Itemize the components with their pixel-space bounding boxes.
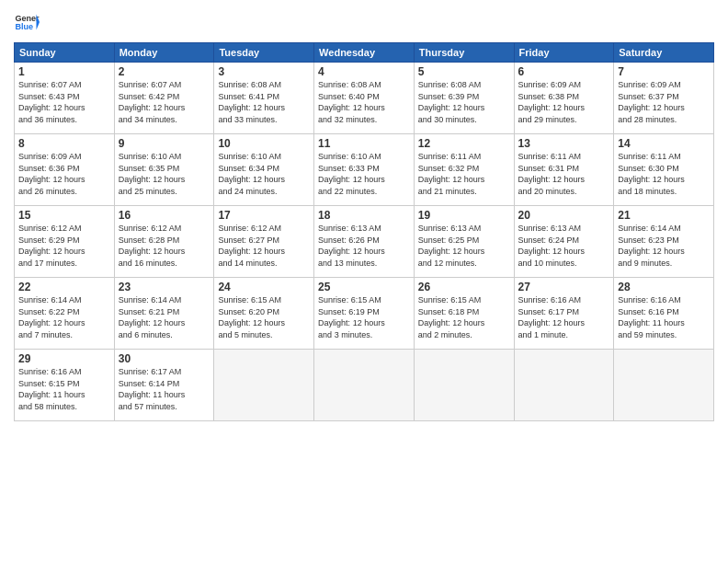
calendar-cell: 12Sunrise: 6:11 AM Sunset: 6:32 PM Dayli… bbox=[414, 134, 514, 206]
day-number: 11 bbox=[318, 137, 410, 150]
svg-text:Blue: Blue bbox=[15, 22, 33, 31]
day-number: 26 bbox=[418, 281, 510, 293]
day-info: Sunrise: 6:14 AM Sunset: 6:22 PM Dayligh… bbox=[18, 294, 110, 340]
calendar-cell: 30Sunrise: 6:17 AM Sunset: 6:14 PM Dayli… bbox=[114, 350, 214, 421]
day-number: 25 bbox=[318, 281, 410, 293]
day-number: 24 bbox=[218, 281, 310, 293]
day-info: Sunrise: 6:10 AM Sunset: 6:34 PM Dayligh… bbox=[218, 151, 310, 197]
calendar-cell: 16Sunrise: 6:12 AM Sunset: 6:28 PM Dayli… bbox=[114, 206, 214, 278]
calendar-cell bbox=[214, 350, 314, 421]
day-info: Sunrise: 6:12 AM Sunset: 6:28 PM Dayligh… bbox=[119, 223, 210, 269]
calendar-cell bbox=[414, 350, 514, 421]
day-info: Sunrise: 6:07 AM Sunset: 6:42 PM Dayligh… bbox=[119, 79, 210, 125]
day-info: Sunrise: 6:09 AM Sunset: 6:36 PM Dayligh… bbox=[18, 151, 110, 197]
day-number: 3 bbox=[218, 65, 310, 78]
calendar-cell: 28Sunrise: 6:16 AM Sunset: 6:16 PM Dayli… bbox=[614, 278, 714, 350]
calendar-cell: 20Sunrise: 6:13 AM Sunset: 6:24 PM Dayli… bbox=[514, 206, 614, 278]
day-info: Sunrise: 6:12 AM Sunset: 6:27 PM Dayligh… bbox=[218, 223, 310, 269]
day-number: 20 bbox=[518, 209, 610, 222]
calendar-cell: 25Sunrise: 6:15 AM Sunset: 6:19 PM Dayli… bbox=[314, 278, 415, 350]
day-number: 2 bbox=[119, 65, 210, 78]
day-number: 22 bbox=[18, 281, 110, 293]
day-number: 6 bbox=[518, 65, 610, 78]
day-number: 30 bbox=[119, 352, 210, 365]
calendar-cell: 10Sunrise: 6:10 AM Sunset: 6:34 PM Dayli… bbox=[214, 134, 314, 206]
calendar-cell: 18Sunrise: 6:13 AM Sunset: 6:26 PM Dayli… bbox=[314, 206, 415, 278]
calendar-cell bbox=[614, 350, 714, 421]
weekday-header-wednesday: Wednesday bbox=[314, 43, 415, 63]
day-info: Sunrise: 6:14 AM Sunset: 6:23 PM Dayligh… bbox=[618, 223, 710, 269]
calendar-cell: 29Sunrise: 6:16 AM Sunset: 6:15 PM Dayli… bbox=[15, 350, 115, 421]
calendar-cell: 23Sunrise: 6:14 AM Sunset: 6:21 PM Dayli… bbox=[114, 278, 214, 350]
weekday-header-sunday: Sunday bbox=[15, 43, 115, 63]
day-info: Sunrise: 6:08 AM Sunset: 6:39 PM Dayligh… bbox=[418, 79, 510, 125]
day-number: 15 bbox=[18, 209, 110, 222]
weekday-header-friday: Friday bbox=[514, 43, 614, 63]
calendar-cell: 1Sunrise: 6:07 AM Sunset: 6:43 PM Daylig… bbox=[15, 63, 115, 134]
day-number: 28 bbox=[618, 281, 710, 293]
day-number: 14 bbox=[618, 137, 710, 150]
day-number: 29 bbox=[18, 352, 110, 365]
day-number: 4 bbox=[318, 65, 410, 78]
calendar-cell: 17Sunrise: 6:12 AM Sunset: 6:27 PM Dayli… bbox=[214, 206, 314, 278]
day-number: 18 bbox=[318, 209, 410, 222]
calendar-cell bbox=[514, 350, 614, 421]
week-row-3: 15Sunrise: 6:12 AM Sunset: 6:29 PM Dayli… bbox=[15, 206, 714, 278]
day-info: Sunrise: 6:07 AM Sunset: 6:43 PM Dayligh… bbox=[18, 79, 110, 125]
svg-text:General: General bbox=[15, 14, 40, 23]
day-info: Sunrise: 6:17 AM Sunset: 6:14 PM Dayligh… bbox=[119, 366, 210, 412]
calendar-table: SundayMondayTuesdayWednesdayThursdayFrid… bbox=[14, 42, 714, 421]
calendar-cell: 27Sunrise: 6:16 AM Sunset: 6:17 PM Dayli… bbox=[514, 278, 614, 350]
day-info: Sunrise: 6:10 AM Sunset: 6:33 PM Dayligh… bbox=[318, 151, 410, 197]
calendar-cell: 15Sunrise: 6:12 AM Sunset: 6:29 PM Dayli… bbox=[15, 206, 115, 278]
week-row-2: 8Sunrise: 6:09 AM Sunset: 6:36 PM Daylig… bbox=[15, 134, 714, 206]
day-info: Sunrise: 6:11 AM Sunset: 6:30 PM Dayligh… bbox=[618, 151, 710, 197]
calendar-cell: 14Sunrise: 6:11 AM Sunset: 6:30 PM Dayli… bbox=[614, 134, 714, 206]
calendar-cell: 21Sunrise: 6:14 AM Sunset: 6:23 PM Dayli… bbox=[614, 206, 714, 278]
day-number: 17 bbox=[218, 209, 310, 222]
calendar-cell: 9Sunrise: 6:10 AM Sunset: 6:35 PM Daylig… bbox=[114, 134, 214, 206]
calendar-cell: 2Sunrise: 6:07 AM Sunset: 6:42 PM Daylig… bbox=[114, 63, 214, 134]
day-info: Sunrise: 6:14 AM Sunset: 6:21 PM Dayligh… bbox=[119, 294, 210, 340]
week-row-4: 22Sunrise: 6:14 AM Sunset: 6:22 PM Dayli… bbox=[15, 278, 714, 350]
calendar-cell: 8Sunrise: 6:09 AM Sunset: 6:36 PM Daylig… bbox=[15, 134, 115, 206]
day-number: 19 bbox=[418, 209, 510, 222]
calendar-cell: 3Sunrise: 6:08 AM Sunset: 6:41 PM Daylig… bbox=[214, 63, 314, 134]
day-info: Sunrise: 6:15 AM Sunset: 6:19 PM Dayligh… bbox=[318, 294, 410, 340]
logo: General Blue bbox=[14, 9, 40, 35]
day-number: 7 bbox=[618, 65, 710, 78]
day-info: Sunrise: 6:15 AM Sunset: 6:18 PM Dayligh… bbox=[418, 294, 510, 340]
day-info: Sunrise: 6:13 AM Sunset: 6:26 PM Dayligh… bbox=[318, 223, 410, 269]
day-info: Sunrise: 6:15 AM Sunset: 6:20 PM Dayligh… bbox=[218, 294, 310, 340]
day-number: 8 bbox=[18, 137, 110, 150]
day-number: 21 bbox=[618, 209, 710, 222]
day-info: Sunrise: 6:13 AM Sunset: 6:24 PM Dayligh… bbox=[518, 223, 610, 269]
calendar-cell: 11Sunrise: 6:10 AM Sunset: 6:33 PM Dayli… bbox=[314, 134, 415, 206]
weekday-header-saturday: Saturday bbox=[614, 43, 714, 63]
weekday-header-tuesday: Tuesday bbox=[214, 43, 314, 63]
calendar-cell: 5Sunrise: 6:08 AM Sunset: 6:39 PM Daylig… bbox=[414, 63, 514, 134]
day-number: 27 bbox=[518, 281, 610, 293]
day-number: 9 bbox=[119, 137, 210, 150]
day-info: Sunrise: 6:16 AM Sunset: 6:17 PM Dayligh… bbox=[518, 294, 610, 340]
day-number: 16 bbox=[119, 209, 210, 222]
weekday-header-thursday: Thursday bbox=[414, 43, 514, 63]
day-info: Sunrise: 6:10 AM Sunset: 6:35 PM Dayligh… bbox=[119, 151, 210, 197]
day-number: 1 bbox=[18, 65, 110, 78]
day-info: Sunrise: 6:16 AM Sunset: 6:16 PM Dayligh… bbox=[618, 294, 710, 340]
page-header: General Blue bbox=[14, 9, 714, 35]
calendar-cell: 26Sunrise: 6:15 AM Sunset: 6:18 PM Dayli… bbox=[414, 278, 514, 350]
week-row-1: 1Sunrise: 6:07 AM Sunset: 6:43 PM Daylig… bbox=[15, 63, 714, 134]
calendar-cell: 13Sunrise: 6:11 AM Sunset: 6:31 PM Dayli… bbox=[514, 134, 614, 206]
day-info: Sunrise: 6:08 AM Sunset: 6:41 PM Dayligh… bbox=[218, 79, 310, 125]
day-info: Sunrise: 6:16 AM Sunset: 6:15 PM Dayligh… bbox=[18, 366, 110, 412]
page-container: General Blue SundayMondayTuesdayWednesda… bbox=[0, 0, 728, 431]
day-info: Sunrise: 6:13 AM Sunset: 6:25 PM Dayligh… bbox=[418, 223, 510, 269]
calendar-cell: 19Sunrise: 6:13 AM Sunset: 6:25 PM Dayli… bbox=[414, 206, 514, 278]
day-number: 23 bbox=[119, 281, 210, 293]
day-number: 5 bbox=[418, 65, 510, 78]
day-number: 13 bbox=[518, 137, 610, 150]
weekday-header-monday: Monday bbox=[114, 43, 214, 63]
calendar-cell: 4Sunrise: 6:08 AM Sunset: 6:40 PM Daylig… bbox=[314, 63, 415, 134]
week-row-5: 29Sunrise: 6:16 AM Sunset: 6:15 PM Dayli… bbox=[15, 350, 714, 421]
